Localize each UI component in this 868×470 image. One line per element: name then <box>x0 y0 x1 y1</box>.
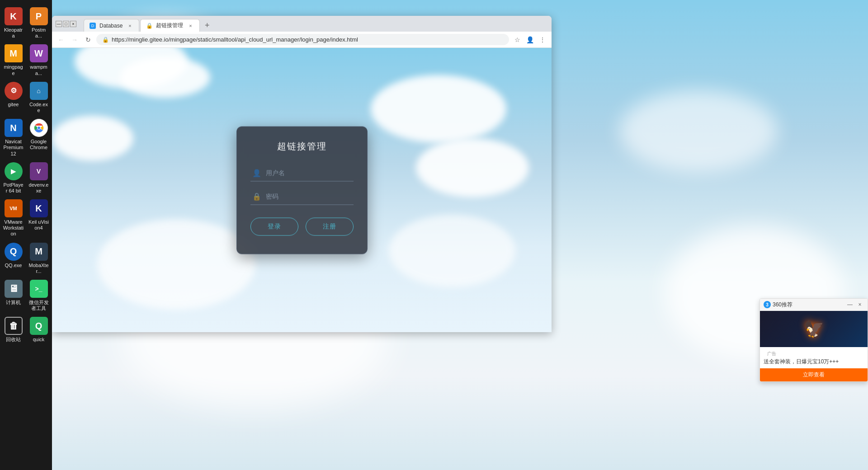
tab-hyperlink-label: 超链接管理 <box>156 22 183 29</box>
browser-title-bar: — □ × D Database × 🔒 超链接管理 × + <box>52 16 552 32</box>
kleopatra-icon: K <box>5 7 23 25</box>
desktop-icon-wampma[interactable]: W wampma... <box>27 42 51 79</box>
computer-icon: 🖥 <box>5 280 23 298</box>
register-button[interactable]: 注册 <box>306 217 354 235</box>
profile-icon[interactable]: 👤 <box>524 34 535 45</box>
wampma-icon: W <box>30 44 48 62</box>
chrome-label: Google Chrome <box>28 139 49 150</box>
desktop-icon-code[interactable]: ⌂ Code.exe <box>27 79 51 116</box>
trash-label: 回收站 <box>6 337 21 343</box>
cloud-5 <box>416 138 529 197</box>
desktop-icon-chrome[interactable]: Google Chrome <box>27 116 51 160</box>
desktop-icon-computer[interactable]: 🖥 计算机 <box>1 277 26 314</box>
login-title: 超链接管理 <box>250 140 354 152</box>
browser-address-bar: ← → ↻ 🔒 https://minglie.gitee.io/mingpag… <box>52 32 552 48</box>
desktop-icon-mingpage[interactable]: M mingpage <box>1 42 26 79</box>
devenv-label: devenv.exe <box>28 182 49 194</box>
desktop-icon-keil[interactable]: K Keil uVision4 <box>27 197 51 240</box>
url-text: https://minglie.gitee.io/mingpage/static… <box>112 36 503 43</box>
tab-database[interactable]: D Database × <box>84 19 139 32</box>
browser-window: — □ × D Database × 🔒 超链接管理 × + ← → ↻ 🔒 <box>52 16 552 332</box>
postman-icon: P <box>30 7 48 25</box>
vmware-label: VMware Workstation <box>3 219 24 237</box>
cloud-4 <box>52 116 133 161</box>
reload-button[interactable]: ↻ <box>83 34 94 45</box>
desktop-icon-quick[interactable]: Q quick <box>27 314 51 345</box>
desktop-icon-wechat-dev[interactable]: >_ 微信开发者工具 <box>27 277 51 314</box>
notification-body: 广告 送全套神装，日爆元宝10万+++ <box>760 347 868 368</box>
browser-menu-icon[interactable]: ⋮ <box>537 34 548 45</box>
desktop-icon-vmware[interactable]: VM VMware Workstation <box>1 197 26 240</box>
tab-hyperlink-close[interactable]: × <box>187 22 194 29</box>
ad-label: 广告 <box>764 350 864 358</box>
notification-cta-button[interactable]: 立即查看 <box>760 368 868 381</box>
lock-icon: 🔒 <box>252 192 261 201</box>
desktop-icon-gitee[interactable]: ⚙ gitee <box>1 79 26 116</box>
close-button[interactable]: × <box>70 21 76 27</box>
notification-title: 360推荐 <box>773 301 844 309</box>
tab-database-close[interactable]: × <box>126 22 133 29</box>
gitee-icon: ⚙ <box>5 82 23 100</box>
notification-header: 3 360推荐 — × <box>760 299 868 311</box>
desktop-icon-postman[interactable]: P Postma... <box>27 5 51 42</box>
notification-close-button[interactable]: × <box>856 301 864 309</box>
cloud-7 <box>389 215 515 287</box>
svg-point-2 <box>38 127 40 129</box>
username-field-container: 👤 <box>250 165 354 181</box>
notification-image: 🦅 <box>760 311 868 347</box>
mobax-label: MobaXter... <box>28 263 49 274</box>
back-button[interactable]: ← <box>56 34 66 45</box>
user-icon: 👤 <box>252 169 261 177</box>
desktop-icon-qq[interactable]: Q QQ.exe <box>1 240 26 277</box>
navicat-label: Navicat Premium 12 <box>3 139 24 157</box>
minimize-button[interactable]: — <box>56 21 62 27</box>
vscode-icon: ⌂ <box>30 82 48 100</box>
quick-icon: Q <box>30 317 48 335</box>
cloud-2 <box>120 57 210 98</box>
tab-hyperlink[interactable]: 🔒 超链接管理 × <box>140 19 200 32</box>
login-button[interactable]: 登录 <box>250 217 298 235</box>
username-input[interactable] <box>266 169 352 177</box>
maximize-button[interactable]: □ <box>63 21 69 27</box>
chrome-icon <box>30 119 48 137</box>
keil-label: Keil uVision4 <box>28 219 49 231</box>
360-logo-icon: 3 <box>764 301 771 308</box>
cloud-3 <box>371 75 506 143</box>
new-tab-button[interactable]: + <box>201 19 213 32</box>
login-dialog: 超链接管理 👤 🔒 登录 注册 <box>236 126 368 254</box>
mingpage-label: mingpage <box>3 64 24 76</box>
desktop-icon-navicat[interactable]: N Navicat Premium 12 <box>1 116 26 160</box>
login-buttons-container: 登录 注册 <box>250 217 354 235</box>
wechat-dev-label: 微信开发者工具 <box>28 300 49 311</box>
desktop-icon-potplayer[interactable]: ▶ PotPlayer 64 bit <box>1 160 26 197</box>
desktop-icon-devenv[interactable]: V devenv.exe <box>27 160 51 197</box>
bookmark-star-icon[interactable]: ☆ <box>512 34 523 45</box>
devenv-icon: V <box>30 162 48 180</box>
cloud-6 <box>97 219 255 310</box>
notification-minimize-button[interactable]: — <box>846 301 854 309</box>
potplayer-icon: ▶ <box>5 162 23 180</box>
qq-icon: Q <box>5 243 23 261</box>
vmware-icon: VM <box>5 199 23 217</box>
url-bar[interactable]: 🔒 https://minglie.gitee.io/mingpage/stat… <box>96 34 509 45</box>
password-input[interactable] <box>266 193 352 200</box>
password-field-container: 🔒 <box>250 188 354 205</box>
navicat-icon: N <box>5 119 23 137</box>
browser-toolbar: ☆ 👤 ⋮ <box>512 34 548 45</box>
computer-label: 计算机 <box>6 300 21 306</box>
keil-icon: K <box>30 199 48 217</box>
quick-label: quick <box>33 337 45 343</box>
gitee-label: gitee <box>8 102 19 108</box>
desktop-icon-kleopatra[interactable]: K Kleopatra <box>1 5 26 42</box>
browser-page-content: 超链接管理 👤 🔒 登录 注册 <box>52 48 552 332</box>
desktop-icon-mobax[interactable]: M MobaXter... <box>27 240 51 277</box>
desktop-icon-trash[interactable]: 🗑 回收站 <box>1 314 26 345</box>
security-lock-icon: 🔒 <box>102 37 109 43</box>
postman-label: Postma... <box>28 27 49 39</box>
forward-button[interactable]: → <box>69 34 80 45</box>
desktop-sidebar: K Kleopatra P Postma... M mingpage W wam… <box>0 0 52 470</box>
kleopatra-label: Kleopatra <box>3 27 24 39</box>
phoenix-image: 🦅 <box>804 320 824 338</box>
code-label: Code.exe <box>28 102 49 113</box>
notification-actions: — × <box>846 301 864 309</box>
